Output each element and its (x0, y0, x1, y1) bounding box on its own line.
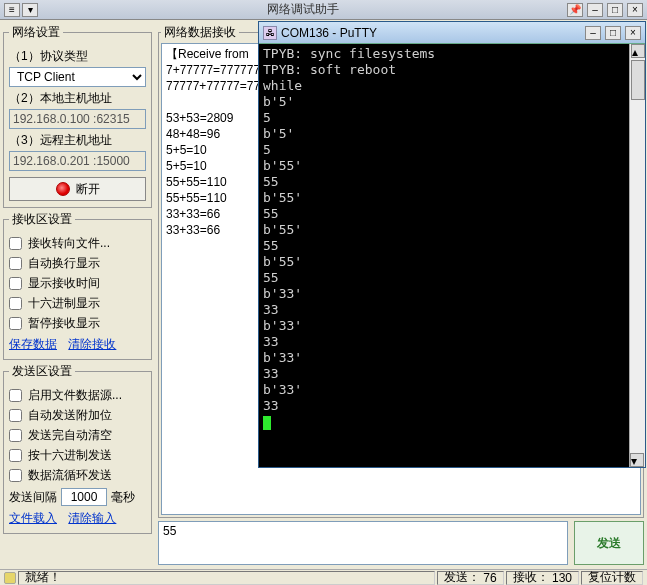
main-titlebar: ≡ ▾ 网络调试助手 📌 – □ × (0, 0, 647, 20)
send-button[interactable]: 发送 (574, 521, 644, 565)
remote-field[interactable] (9, 151, 146, 171)
interval-label: 发送间隔 (9, 489, 57, 506)
file-load-link[interactable]: 文件载入 (9, 511, 57, 525)
remote-label: （3）远程主机地址 (9, 132, 146, 149)
putty-close-button[interactable]: × (625, 26, 641, 40)
disconnect-label: 断开 (76, 181, 100, 198)
send-opt-chk-2[interactable] (9, 429, 22, 442)
local-field[interactable] (9, 109, 146, 129)
net-settings-legend: 网络设置 (9, 24, 63, 41)
statusbar: 就绪！ 发送： 76 接收： 130 复位计数 (0, 569, 647, 585)
status-recv-val: 130 (552, 571, 572, 585)
recv-opt-chk-1[interactable] (9, 257, 22, 270)
proto-label: （1）协议类型 (9, 48, 146, 65)
interval-field[interactable] (61, 488, 107, 506)
send-opt-lbl-2: 发送完自动清空 (28, 427, 112, 444)
send-opt-chk-1[interactable] (9, 409, 22, 422)
send-settings-legend: 发送区设置 (9, 363, 75, 380)
recv-settings-group: 接收区设置 接收转向文件...自动换行显示显示接收时间十六进制显示暂停接收显示 … (3, 211, 152, 360)
recv-opt-chk-0[interactable] (9, 237, 22, 250)
window-title: 网络调试助手 (42, 1, 563, 18)
recv-opt-lbl-0: 接收转向文件... (28, 235, 110, 252)
putty-titlebar[interactable]: 🖧 COM136 - PuTTY – □ × (259, 22, 645, 44)
reset-count-button[interactable]: 复位计数 (581, 571, 643, 585)
local-label: （2）本地主机地址 (9, 90, 146, 107)
clear-recv-link[interactable]: 清除接收 (68, 337, 116, 351)
status-icon (4, 572, 16, 584)
net-settings-group: 网络设置 （1）协议类型 TCP Client （2）本地主机地址 （3）远程主… (3, 24, 152, 208)
putty-maximize-button[interactable]: □ (605, 26, 621, 40)
clear-input-link[interactable]: 清除输入 (68, 511, 116, 525)
putty-terminal[interactable]: TPYB: sync filesystems TPYB: soft reboot… (259, 44, 645, 467)
status-recv-label: 接收： (513, 569, 549, 585)
send-opt-chk-3[interactable] (9, 449, 22, 462)
send-opt-chk-0[interactable] (9, 389, 22, 402)
status-send-val: 76 (483, 571, 496, 585)
putty-icon: 🖧 (263, 26, 277, 40)
status-send-label: 发送： (444, 569, 480, 585)
putty-scrollbar[interactable]: ▴ ▾ (629, 44, 645, 467)
interval-unit: 毫秒 (111, 489, 135, 506)
recv-opt-chk-2[interactable] (9, 277, 22, 290)
send-input[interactable]: 55 (158, 521, 568, 565)
status-ready: 就绪！ (18, 571, 435, 585)
disconnect-button[interactable]: 断开 (9, 177, 146, 201)
disconnect-icon (56, 182, 70, 196)
putty-window[interactable]: 🖧 COM136 - PuTTY – □ × TPYB: sync filesy… (258, 21, 646, 468)
app-icon: ≡ (4, 3, 20, 17)
scroll-down-icon[interactable]: ▾ (630, 453, 644, 467)
send-settings-group: 发送区设置 启用文件数据源...自动发送附加位发送完自动清空按十六进制发送数据流… (3, 363, 152, 534)
send-opt-lbl-3: 按十六进制发送 (28, 447, 112, 464)
putty-minimize-button[interactable]: – (585, 26, 601, 40)
send-opt-lbl-1: 自动发送附加位 (28, 407, 112, 424)
maximize-button[interactable]: □ (607, 3, 623, 17)
minimize-button[interactable]: – (587, 3, 603, 17)
recv-opt-lbl-1: 自动换行显示 (28, 255, 100, 272)
recv-opt-lbl-4: 暂停接收显示 (28, 315, 100, 332)
send-opt-chk-4[interactable] (9, 469, 22, 482)
recv-opt-lbl-2: 显示接收时间 (28, 275, 100, 292)
recv-area-legend: 网络数据接收 (161, 24, 239, 41)
recv-settings-legend: 接收区设置 (9, 211, 75, 228)
send-opt-lbl-0: 启用文件数据源... (28, 387, 122, 404)
recv-opt-chk-4[interactable] (9, 317, 22, 330)
scroll-up-icon[interactable]: ▴ (631, 44, 645, 58)
putty-title: COM136 - PuTTY (281, 26, 581, 40)
proto-select[interactable]: TCP Client (9, 67, 146, 87)
close-button[interactable]: × (627, 3, 643, 17)
save-data-link[interactable]: 保存数据 (9, 337, 57, 351)
recv-opt-chk-3[interactable] (9, 297, 22, 310)
pin-icon[interactable]: 📌 (567, 3, 583, 17)
dropdown-icon[interactable]: ▾ (22, 3, 38, 17)
scroll-thumb[interactable] (631, 60, 645, 100)
send-opt-lbl-4: 数据流循环发送 (28, 467, 112, 484)
recv-opt-lbl-3: 十六进制显示 (28, 295, 100, 312)
